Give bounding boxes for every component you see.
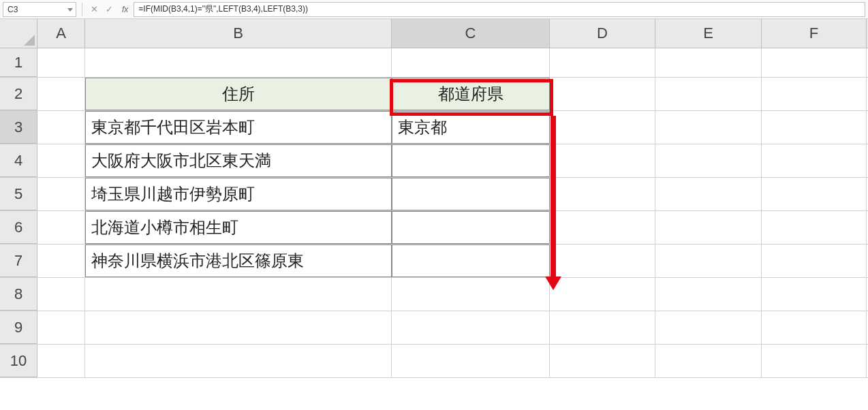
- cancel-icon[interactable]: ✕: [88, 3, 100, 16]
- row-2: 2 住所 都道府県: [0, 78, 868, 111]
- cell-D4[interactable]: [550, 144, 655, 177]
- cell-F7[interactable]: [762, 245, 867, 277]
- cell-C10[interactable]: [392, 345, 550, 377]
- cell-E3[interactable]: [655, 111, 762, 144]
- cell-E4[interactable]: [655, 144, 762, 177]
- row-header-10[interactable]: 10: [0, 345, 37, 377]
- cell-E1[interactable]: [655, 48, 762, 77]
- cell-A9[interactable]: [37, 311, 85, 344]
- row-header-1[interactable]: 1: [0, 48, 37, 77]
- row-5: 5 埼玉県川越市伊勢原町: [0, 178, 868, 211]
- row-9: 9: [0, 311, 868, 345]
- cell-B10[interactable]: [85, 345, 392, 377]
- cell-E8[interactable]: [655, 278, 762, 311]
- cell-D1[interactable]: [550, 48, 655, 77]
- cell-B3[interactable]: 東京都千代田区岩本町: [85, 111, 392, 144]
- cell-B2[interactable]: 住所: [85, 78, 392, 110]
- col-header-A[interactable]: A: [37, 19, 85, 48]
- cell-D8[interactable]: [550, 278, 655, 311]
- row-4: 4 大阪府大阪市北区東天満: [0, 144, 868, 178]
- cell-F1[interactable]: [762, 48, 867, 77]
- col-header-B[interactable]: B: [85, 19, 392, 48]
- cell-F5[interactable]: [762, 178, 867, 210]
- cell-B4[interactable]: 大阪府大阪市北区東天満: [85, 144, 392, 177]
- col-header-D[interactable]: D: [550, 19, 655, 48]
- name-box[interactable]: C3: [3, 2, 76, 17]
- cell-F9[interactable]: [762, 311, 867, 344]
- cell-C4[interactable]: [392, 144, 550, 177]
- cell-A6[interactable]: [37, 211, 85, 244]
- cell-B5[interactable]: 埼玉県川越市伊勢原町: [85, 178, 392, 210]
- cell-C6[interactable]: [392, 211, 550, 244]
- cell-E10[interactable]: [655, 345, 762, 377]
- formula-text: =IF(MID(B3,4,1)="県",LEFT(B3,4),LEFT(B3,3…: [138, 3, 308, 15]
- row-header-4[interactable]: 4: [0, 144, 37, 177]
- cell-A1[interactable]: [37, 48, 85, 77]
- cell-F4[interactable]: [762, 144, 867, 177]
- cell-E7[interactable]: [655, 245, 762, 277]
- cell-C1[interactable]: [392, 48, 550, 77]
- confirm-icon[interactable]: ✓: [103, 3, 115, 16]
- separator: [82, 3, 82, 16]
- cell-A4[interactable]: [37, 144, 85, 177]
- row-header-2[interactable]: 2: [0, 78, 37, 110]
- cell-D10[interactable]: [550, 345, 655, 377]
- cell-A2[interactable]: [37, 78, 85, 110]
- fx-icon[interactable]: fx: [122, 5, 128, 14]
- spreadsheet-grid: A B C D E F 1 2 住所 都道府県 3 東京都千代田区岩本町 東京都…: [0, 19, 868, 378]
- cell-C5[interactable]: [392, 178, 550, 210]
- cell-B9[interactable]: [85, 311, 392, 344]
- cell-D9[interactable]: [550, 311, 655, 344]
- row-1: 1: [0, 48, 868, 78]
- cell-C3[interactable]: 東京都: [392, 111, 550, 144]
- cell-A3[interactable]: [37, 111, 85, 144]
- column-header-row: A B C D E F: [0, 19, 868, 48]
- cell-E2[interactable]: [655, 78, 762, 110]
- svg-marker-0: [24, 35, 35, 46]
- cell-E6[interactable]: [655, 211, 762, 244]
- arrow-head-icon: [545, 277, 561, 290]
- chevron-down-icon[interactable]: [67, 8, 73, 12]
- cell-F8[interactable]: [762, 278, 867, 311]
- cell-B1[interactable]: [85, 48, 392, 77]
- col-header-F[interactable]: F: [762, 19, 867, 48]
- cell-C2[interactable]: 都道府県: [392, 78, 550, 110]
- row-header-7[interactable]: 7: [0, 245, 37, 277]
- cell-D6[interactable]: [550, 211, 655, 244]
- cell-D2[interactable]: [550, 78, 655, 110]
- cell-C8[interactable]: [392, 278, 550, 311]
- arrow-line-annotation: [551, 116, 556, 279]
- cell-D7[interactable]: [550, 245, 655, 277]
- row-header-8[interactable]: 8: [0, 278, 37, 311]
- formula-bar: C3 ✕ ✓ fx =IF(MID(B3,4,1)="県",LEFT(B3,4)…: [0, 0, 868, 19]
- cell-F6[interactable]: [762, 211, 867, 244]
- row-header-6[interactable]: 6: [0, 211, 37, 244]
- cell-E5[interactable]: [655, 178, 762, 210]
- cell-A5[interactable]: [37, 178, 85, 210]
- row-header-9[interactable]: 9: [0, 311, 37, 344]
- cell-B6[interactable]: 北海道小樽市相生町: [85, 211, 392, 244]
- cell-A8[interactable]: [37, 278, 85, 311]
- cell-F2[interactable]: [762, 78, 867, 110]
- cell-F10[interactable]: [762, 345, 867, 377]
- row-3: 3 東京都千代田区岩本町 東京都: [0, 111, 868, 144]
- cell-B8[interactable]: [85, 278, 392, 311]
- cell-A10[interactable]: [37, 345, 85, 377]
- cell-A7[interactable]: [37, 245, 85, 277]
- formula-input[interactable]: =IF(MID(B3,4,1)="県",LEFT(B3,4),LEFT(B3,3…: [134, 2, 865, 17]
- row-header-5[interactable]: 5: [0, 178, 37, 210]
- name-box-value: C3: [7, 5, 18, 14]
- cell-D5[interactable]: [550, 178, 655, 210]
- cell-B7[interactable]: 神奈川県横浜市港北区篠原東: [85, 245, 392, 277]
- row-10: 10: [0, 345, 868, 378]
- cell-C7[interactable]: [392, 245, 550, 277]
- cell-C9[interactable]: [392, 311, 550, 344]
- row-header-3[interactable]: 3: [0, 111, 37, 144]
- row-8: 8: [0, 278, 868, 311]
- cell-E9[interactable]: [655, 311, 762, 344]
- cell-F3[interactable]: [762, 111, 867, 144]
- col-header-E[interactable]: E: [655, 19, 762, 48]
- col-header-C[interactable]: C: [392, 19, 550, 48]
- cell-D3[interactable]: [550, 111, 655, 144]
- select-all-corner[interactable]: [0, 19, 37, 48]
